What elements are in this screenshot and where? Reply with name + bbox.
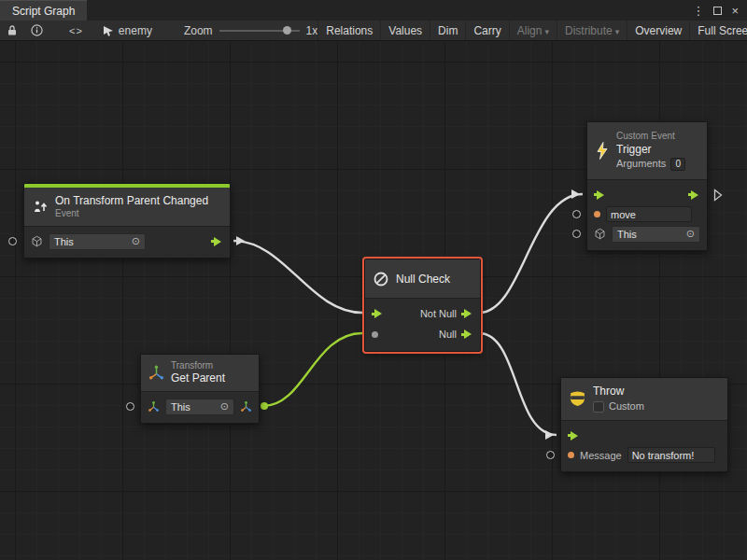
zoom-label: Zoom [184, 24, 213, 37]
window-controls: ⋮ × [692, 0, 747, 21]
overview-button[interactable]: Overview [627, 21, 689, 40]
node-title: Null Check [396, 273, 450, 286]
align-button[interactable]: Align▾ [509, 21, 557, 40]
graph-toolbar: <> enemy Zoom 1x Relations Values Dim Ca… [0, 21, 747, 41]
message-input[interactable] [627, 447, 715, 463]
dim-button-label: Dim [438, 24, 458, 37]
transform-icon [240, 400, 252, 413]
graph-canvas[interactable]: On Transform Parent Changed Event This ⊙ [0, 41, 747, 560]
node-trigger-custom-event[interactable]: Custom Event Trigger Arguments 0 [586, 121, 708, 251]
hollow-triangle-icon [713, 189, 723, 202]
cube-icon [31, 235, 43, 247]
zoom-slider[interactable] [219, 30, 300, 32]
node-title: Throw [593, 385, 644, 399]
unconnected-port[interactable] [126, 402, 134, 411]
info-button[interactable] [24, 21, 49, 40]
target-field-value: This [54, 236, 74, 247]
lock-button[interactable] [0, 21, 24, 40]
distribute-button-label: Distribute [565, 24, 613, 37]
message-input-port[interactable] [568, 452, 574, 458]
null-check-icon [373, 271, 389, 287]
align-button-label: Align [517, 24, 543, 37]
flow-input-port[interactable] [372, 308, 384, 319]
target-field-value: This [171, 401, 190, 413]
node-category: Transform [171, 360, 225, 372]
relations-button-label: Relations [326, 24, 373, 37]
full-screen-button-label: Full Screen [698, 24, 747, 37]
event-name-input[interactable] [606, 206, 692, 222]
flow-output-port[interactable] [688, 189, 700, 201]
wire-arrowhead-icon [545, 430, 554, 440]
code-view-button[interactable]: <> [63, 21, 90, 40]
carry-button[interactable]: Carry [465, 21, 508, 40]
transform-icon [148, 365, 164, 381]
node-title: Trigger [616, 143, 685, 157]
unconnected-port[interactable] [572, 230, 581, 238]
object-picker-icon: ⊙ [686, 228, 695, 240]
node-category: Custom Event [616, 131, 685, 143]
carry-button-label: Carry [473, 24, 500, 37]
dim-button[interactable]: Dim [430, 21, 465, 40]
target-input-port[interactable] [31, 235, 43, 247]
wire-notnull-to-customevent[interactable] [479, 194, 583, 313]
not-null-port-label: Not Null [420, 308, 457, 319]
graph-asset[interactable]: enemy [103, 24, 152, 37]
target-field[interactable]: This ⊙ [612, 226, 700, 243]
unconnected-flow-port[interactable] [713, 189, 723, 205]
transform-parent-changed-icon [32, 199, 49, 216]
arguments-count-field[interactable]: 0 [670, 158, 685, 171]
distribute-button[interactable]: Distribute▾ [557, 21, 627, 40]
window-maximize-icon[interactable] [713, 7, 722, 15]
window-tab-bar: Script Graph ⋮ × [0, 0, 747, 21]
wire-getparent-to-nullcheck[interactable] [263, 333, 362, 406]
node-throw[interactable]: Throw Custom Message [560, 377, 728, 472]
wire-arrowhead-icon [571, 189, 580, 199]
target-input-port[interactable] [594, 228, 606, 240]
unconnected-port[interactable] [572, 210, 581, 218]
wire-event-to-nullcheck[interactable] [233, 241, 362, 313]
flow-input-port[interactable] [594, 189, 606, 201]
values-button[interactable]: Values [380, 21, 430, 40]
tab-title: Script Graph [12, 5, 75, 18]
wire-arrowhead-icon [236, 236, 245, 245]
name-input-port[interactable] [594, 211, 600, 217]
arguments-label: Arguments [616, 158, 666, 171]
unconnected-port[interactable] [8, 237, 17, 245]
null-output-port[interactable] [461, 329, 473, 340]
unconnected-port[interactable] [546, 451, 555, 459]
flow-input-port[interactable] [568, 430, 580, 441]
tab-script-graph[interactable]: Script Graph [0, 0, 87, 21]
transform-output-port[interactable] [240, 400, 252, 413]
cube-icon [594, 228, 606, 240]
info-icon [31, 24, 43, 36]
custom-checkbox[interactable] [593, 401, 604, 413]
throw-icon [569, 391, 586, 407]
message-label: Message [580, 450, 622, 461]
graph-name-label: enemy [119, 24, 152, 37]
lock-icon [7, 24, 18, 36]
node-subtitle: Event [55, 208, 208, 220]
full-screen-button[interactable]: Full Screen [689, 21, 747, 40]
flow-output-port[interactable] [211, 236, 223, 247]
node-title: Get Parent [171, 371, 225, 385]
not-null-output-port[interactable] [461, 308, 473, 319]
node-get-parent[interactable]: Transform Get Parent This ⊙ [140, 354, 260, 424]
transform-icon [148, 400, 160, 413]
window-close-icon[interactable]: × [731, 5, 739, 17]
zoom-slider-handle[interactable] [283, 26, 291, 35]
value-input-port[interactable] [372, 331, 378, 338]
transform-input-port[interactable] [148, 400, 160, 413]
target-field[interactable]: This ⊙ [49, 233, 146, 250]
node-on-transform-parent-changed[interactable]: On Transform Parent Changed Event This ⊙ [23, 183, 231, 259]
object-picker-icon: ⊙ [220, 400, 229, 413]
wire-start-dot-icon [261, 402, 268, 410]
node-title: On Transform Parent Changed [55, 194, 208, 208]
custom-checkbox-label: Custom [609, 400, 644, 413]
wire-null-to-throw[interactable] [479, 333, 557, 435]
code-view-icon: <> [69, 25, 83, 36]
relations-button[interactable]: Relations [317, 21, 380, 40]
window-menu-icon[interactable]: ⋮ [692, 5, 704, 17]
toolbar-buttons: Relations Values Dim Carry Align▾ Distri… [317, 21, 747, 40]
target-field[interactable]: This ⊙ [165, 399, 234, 415]
node-null-check[interactable]: Null Check Not Null Null [364, 259, 481, 352]
